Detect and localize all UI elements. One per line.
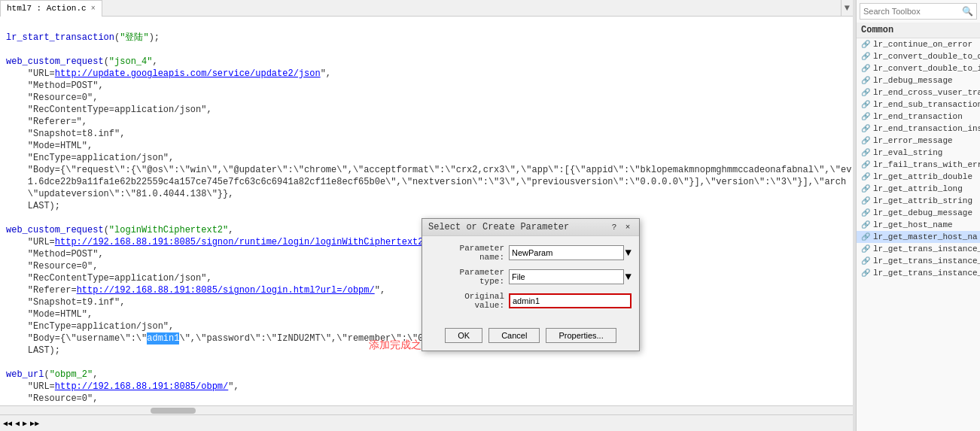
- toolbox-item[interactable]: 🔗 lr_get_attrib_double: [857, 171, 980, 183]
- item-icon: 🔗: [861, 184, 870, 193]
- nav-first-btn[interactable]: ◀◀: [3, 419, 12, 428]
- toolbox-item[interactable]: 🔗 lr_end_transaction_inst: [857, 123, 980, 135]
- original-value-row: Original value:: [430, 292, 632, 310]
- scrollbar-thumb[interactable]: [151, 408, 196, 414]
- dialog-help-btn[interactable]: ?: [609, 222, 619, 232]
- horizontal-scrollbar[interactable]: [0, 405, 853, 414]
- item-icon: 🔗: [861, 196, 870, 205]
- code-line: web_url("obpm_2",: [0, 369, 853, 381]
- code-line: "Method=POST",: [0, 80, 853, 92]
- dialog-properties-btn[interactable]: Properties...: [546, 328, 616, 343]
- code-line: "Snapshot=t8.inf",: [0, 128, 853, 140]
- code-line: "Body={\"request\":{\"@os\":\"win\",\"@u…: [0, 164, 853, 176]
- original-value-label: Original value:: [430, 292, 509, 310]
- item-label: lr_end_transaction: [873, 112, 963, 121]
- code-line: "RecContentType=application/json",: [0, 104, 853, 116]
- editor-tab[interactable]: html7 : Action.c ×: [0, 0, 102, 17]
- item-label: lr_convert_double_to_d: [873, 52, 980, 61]
- nav-prev-btn[interactable]: ◀: [15, 419, 20, 428]
- item-label: lr_end_transaction_inst: [873, 124, 980, 133]
- dialog-title-bar[interactable]: Select or Create Parameter ? ×: [422, 219, 639, 236]
- tab-close-btn[interactable]: ×: [91, 5, 96, 13]
- param-name-row: Parameter name: ▼: [430, 244, 632, 262]
- toolbox-items-list: 🔗 lr_continue_on_error 🔗 lr_convert_doub…: [857, 38, 980, 431]
- search-input[interactable]: [863, 7, 962, 16]
- param-type-input[interactable]: [509, 269, 624, 284]
- toolbox-item[interactable]: 🔗 lr_get_trans_instance_: [857, 267, 980, 279]
- toolbox-item[interactable]: 🔗 lr_get_attrib_long: [857, 183, 980, 195]
- dialog-title-buttons: ? ×: [609, 222, 633, 232]
- item-label: lr_end_cross_vuser_tra: [873, 88, 980, 97]
- editor-area: html7 : Action.c × ▼ lr_start_transactio…: [0, 0, 853, 431]
- param-type-dropdown-btn[interactable]: ▼: [625, 271, 632, 283]
- toolbox-item-selected[interactable]: 🔗 lr_get_master_host_na: [857, 231, 980, 243]
- toolbox-item[interactable]: 🔗 lr_end_transaction: [857, 111, 980, 123]
- toolbox-search-box[interactable]: 🔍: [860, 3, 977, 20]
- item-icon: 🔗: [861, 172, 870, 181]
- code-line: "EncType=application/json",: [0, 152, 853, 164]
- code-line: 1.6dce22b9a11fa1e62b22559c4a157ce745e7fc…: [0, 176, 853, 188]
- item-icon: 🔗: [861, 208, 870, 217]
- item-icon: 🔗: [861, 64, 870, 73]
- toolbox-item[interactable]: 🔗 lr_fail_trans_with_error: [857, 159, 980, 171]
- toolbox-item[interactable]: 🔗 lr_get_host_name: [857, 219, 980, 231]
- item-icon: 🔗: [861, 124, 870, 133]
- dialog-ok-btn[interactable]: OK: [445, 328, 482, 343]
- item-icon: 🔗: [861, 256, 870, 266]
- code-line: web_custom_request("json_4",: [0, 56, 853, 68]
- toolbox-item[interactable]: 🔗 lr_get_trans_instance_: [857, 255, 980, 267]
- toolbox-item[interactable]: 🔗 lr_get_attrib_string: [857, 195, 980, 207]
- param-type-row: Parameter type: ▼: [430, 268, 632, 286]
- item-label: lr_continue_on_error: [873, 40, 972, 49]
- original-value-input[interactable]: [509, 293, 632, 308]
- toolbox-item[interactable]: 🔗 lr_get_trans_instance_: [857, 243, 980, 255]
- param-type-label: Parameter type:: [430, 268, 509, 286]
- tab-label: html7 : Action.c: [7, 4, 87, 13]
- item-icon: 🔗: [861, 40, 870, 49]
- item-icon: 🔗: [861, 88, 870, 97]
- item-label: lr_error_message: [873, 136, 953, 145]
- item-label: lr_get_trans_instance_: [873, 269, 980, 278]
- nav-last-btn[interactable]: ▶▶: [30, 419, 39, 428]
- item-label: lr_get_trans_instance_: [873, 244, 980, 253]
- param-name-label: Parameter name:: [430, 244, 509, 262]
- dialog-cancel-btn[interactable]: Cancel: [488, 328, 540, 343]
- select-create-parameter-dialog[interactable]: Select or Create Parameter ? × Parameter…: [422, 218, 640, 351]
- toolbox-section-common: Common: [857, 23, 980, 38]
- toolbox-item[interactable]: 🔗 lr_convert_double_to_d: [857, 50, 980, 62]
- item-label: lr_get_attrib_string: [873, 196, 972, 205]
- dialog-body: Parameter name: ▼ Parameter type: ▼ Orig…: [422, 236, 639, 323]
- item-icon: 🔗: [861, 76, 870, 85]
- toolbox-item[interactable]: 🔗 lr_end_sub_transaction: [857, 99, 980, 111]
- code-line: "Resource=0",: [0, 393, 853, 405]
- item-label: lr_eval_string: [873, 148, 942, 157]
- bottom-bar: ◀◀ ◀ ▶ ▶▶: [0, 414, 853, 431]
- dialog-close-btn[interactable]: ×: [622, 222, 633, 232]
- code-line: [0, 357, 853, 369]
- param-name-input[interactable]: [509, 245, 624, 260]
- tab-scroll-right[interactable]: ▼: [841, 0, 853, 16]
- item-icon: 🔗: [861, 148, 870, 157]
- toolbox-item[interactable]: 🔗 lr_convert_double_to_ir: [857, 62, 980, 74]
- code-line: \"updateversion\":\"81.0.4044.138\"}},: [0, 188, 853, 200]
- item-label: lr_debug_message: [873, 76, 953, 85]
- toolbox-item[interactable]: 🔗 lr_error_message: [857, 135, 980, 147]
- item-label: lr_get_trans_instance_: [873, 256, 980, 266]
- dialog-title-text: Select or Create Parameter: [428, 222, 569, 232]
- tab-bar: html7 : Action.c × ▼: [0, 0, 853, 17]
- item-icon: 🔗: [861, 160, 870, 169]
- toolbox-item[interactable]: 🔗 lr_continue_on_error: [857, 38, 980, 50]
- toolbox-item[interactable]: 🔗 lr_debug_message: [857, 74, 980, 87]
- nav-next-btn[interactable]: ▶: [23, 419, 27, 428]
- item-icon: 🔗: [861, 100, 870, 109]
- item-icon: 🔗: [861, 269, 870, 278]
- toolbox-item[interactable]: 🔗 lr_get_debug_message: [857, 207, 980, 219]
- item-label: lr_fail_trans_with_error: [873, 160, 980, 169]
- toolbox-item[interactable]: 🔗 lr_end_cross_vuser_tra: [857, 87, 980, 99]
- item-label: lr_get_host_name: [873, 220, 953, 229]
- item-icon: 🔗: [861, 232, 870, 241]
- code-line: lr_start_transaction("登陆");: [0, 32, 853, 44]
- param-name-dropdown-btn[interactable]: ▼: [625, 247, 632, 259]
- toolbox-item[interactable]: 🔗 lr_eval_string: [857, 147, 980, 159]
- item-icon: 🔗: [861, 136, 870, 145]
